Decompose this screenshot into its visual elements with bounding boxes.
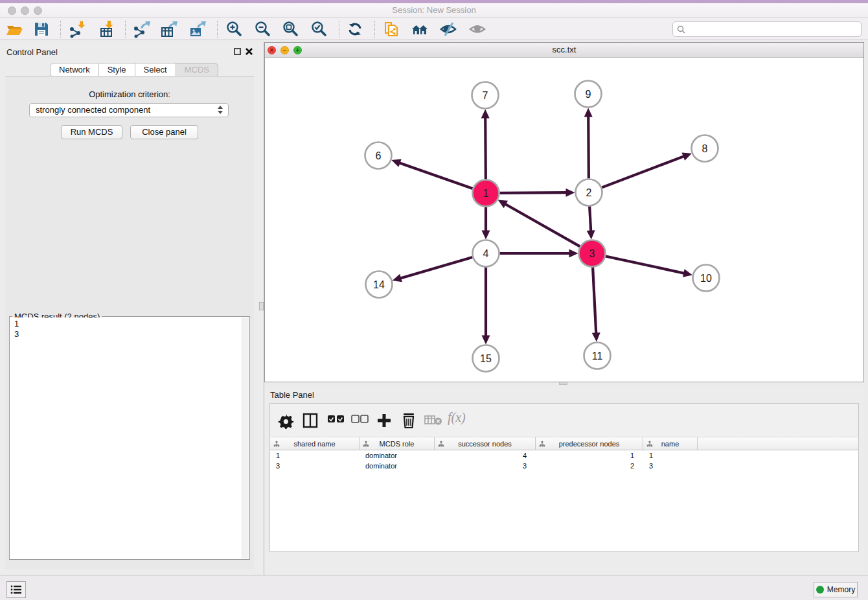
graph-node-label: 2 [586, 187, 592, 198]
graph-node-label: 3 [589, 248, 595, 259]
add-column-icon[interactable] [376, 412, 393, 432]
network-graph-canvas[interactable]: 7968124314101511 [265, 58, 863, 382]
table-row[interactable]: 3dominator323 [270, 461, 858, 471]
tab-network[interactable]: Network [50, 63, 99, 77]
toolbar-separator [339, 21, 339, 38]
table-cell[interactable]: dominator [360, 450, 435, 461]
network-window-titlebar[interactable]: × − + scc.txt [265, 43, 863, 58]
edge-3-10[interactable] [606, 257, 685, 273]
control-panel-title: Control Panel [6, 47, 58, 57]
table-body: 1dominator4113dominator323 [270, 450, 858, 471]
zoom-window-button[interactable] [34, 6, 42, 15]
select-all-icon[interactable] [327, 415, 345, 426]
network-window-title: scc.txt [265, 43, 863, 57]
table-cell[interactable]: 1 [536, 450, 643, 461]
tab-select[interactable]: Select [135, 63, 176, 77]
mcds-result-text[interactable]: 1 3 [10, 317, 242, 559]
node-table: shared nameMCDS rolesuccessor nodesprede… [270, 437, 858, 471]
table-row[interactable]: 1dominator411 [270, 450, 858, 461]
float-panel-icon[interactable] [234, 48, 241, 55]
export-network-icon[interactable] [132, 20, 150, 38]
table-cell[interactable]: dominator [360, 461, 435, 471]
table-cell[interactable]: 4 [435, 450, 536, 461]
edge-arrowhead [391, 159, 401, 167]
edge-2-3[interactable] [589, 206, 591, 231]
table-cell[interactable]: 3 [435, 461, 536, 471]
column-header-label: name [661, 440, 680, 448]
column-header-label: successor nodes [458, 440, 512, 448]
column-selector-icon[interactable] [302, 412, 319, 432]
hide-labels-icon[interactable] [439, 20, 457, 38]
export-image-icon[interactable] [188, 20, 207, 38]
criterion-dropdown[interactable]: strongly connected component [29, 103, 229, 117]
frame-minimize-button[interactable]: − [280, 46, 289, 54]
import-table-icon[interactable] [98, 20, 117, 38]
zoom-selected-icon[interactable] [310, 20, 328, 38]
run-mcds-button[interactable]: Run MCDS [61, 125, 122, 139]
table-settings-icon[interactable] [278, 412, 295, 432]
edge-1-6[interactable] [399, 163, 473, 189]
status-bar: Memory [0, 575, 868, 600]
edge-arrowhead [565, 189, 575, 197]
table-cell[interactable]: 3 [270, 461, 360, 471]
minimize-window-button[interactable] [21, 6, 29, 15]
column-header-shared-name[interactable]: shared name [270, 437, 360, 450]
scrollbar-track[interactable] [242, 317, 249, 559]
frame-maximize-button[interactable]: + [293, 46, 302, 54]
splitter-grip[interactable] [259, 302, 264, 310]
tab-style[interactable]: Style [99, 63, 135, 77]
zoom-in-icon[interactable] [225, 20, 244, 38]
edge-arrowhead [482, 231, 490, 240]
graph-node-label: 6 [376, 150, 382, 161]
frame-close-button[interactable]: × [268, 46, 276, 54]
edge-1-2[interactable] [499, 192, 567, 193]
graph-node-label: 10 [700, 273, 712, 284]
memory-status-icon [816, 586, 824, 594]
edge-2-9[interactable] [588, 115, 589, 178]
table-panel-title: Table Panel [270, 390, 314, 400]
save-session-icon[interactable] [32, 20, 51, 38]
close-window-button[interactable] [8, 6, 16, 15]
column-header-label: predecessor nodes [559, 440, 620, 448]
table-cell[interactable]: 1 [643, 450, 698, 461]
mcds-panel: Optimization criterion: strongly connect… [5, 76, 254, 570]
birds-eye-view-icon[interactable] [468, 20, 486, 38]
close-panel-icon[interactable] [245, 47, 253, 56]
edge-4-14[interactable] [400, 257, 472, 279]
column-header-successor-nodes[interactable]: successor nodes [435, 437, 536, 450]
graph-node-label: 8 [702, 143, 708, 154]
export-table-icon[interactable] [160, 20, 178, 38]
edge-arrowhead [682, 153, 692, 161]
deselect-all-icon[interactable] [351, 415, 369, 426]
column-header-predecessor-nodes[interactable]: predecessor nodes [536, 437, 643, 450]
column-header-MCDS-role[interactable]: MCDS role [360, 437, 435, 450]
show-task-history-button[interactable] [6, 581, 26, 598]
memory-button[interactable]: Memory [814, 582, 858, 597]
search-icon [677, 25, 686, 34]
column-header-name[interactable]: name [643, 437, 698, 450]
edge-1-7[interactable] [485, 117, 486, 179]
zoom-out-icon[interactable] [254, 20, 272, 38]
edge-2-8[interactable] [602, 156, 685, 187]
home-layout-icon[interactable] [411, 20, 429, 38]
vertical-splitter[interactable] [259, 42, 264, 575]
edge-arrowhead [587, 230, 595, 239]
search-input[interactable] [672, 21, 862, 37]
main-toolbar [0, 18, 868, 40]
edge-3-1[interactable] [505, 204, 580, 247]
window-titlebar: Session: New Session [0, 3, 868, 18]
function-builder-icon: f(x) [448, 410, 466, 425]
refresh-icon[interactable] [347, 20, 365, 38]
clone-network-icon[interactable] [383, 20, 401, 38]
open-file-icon[interactable] [5, 20, 23, 38]
table-cell[interactable]: 2 [536, 461, 643, 471]
table-cell[interactable]: 3 [643, 461, 698, 471]
edge-3-11[interactable] [593, 267, 596, 334]
list-icon [7, 582, 25, 597]
delete-column-icon[interactable] [400, 412, 417, 432]
close-panel-button[interactable]: Close panel [130, 125, 198, 139]
zoom-fit-icon[interactable] [282, 20, 300, 38]
tab-mcds[interactable]: MCDS [176, 63, 218, 77]
table-cell[interactable]: 1 [270, 450, 360, 461]
import-network-icon[interactable] [68, 20, 86, 38]
